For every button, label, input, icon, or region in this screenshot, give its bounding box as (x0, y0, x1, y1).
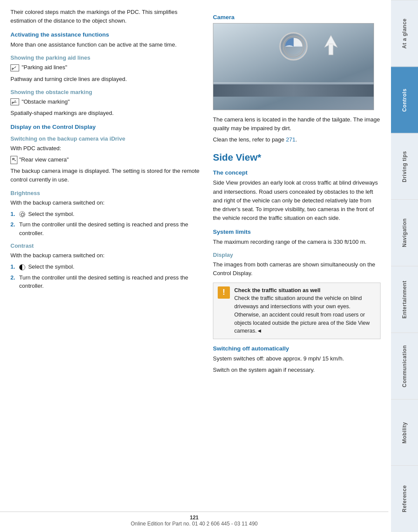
system-limits-heading: System limits (213, 229, 381, 235)
concept-heading: The concept (213, 169, 381, 176)
sidebar-item-entertainment[interactable]: Entertainment (391, 266, 418, 333)
svg-line-6 (24, 216, 24, 216)
display-heading: Display on the Control Display (10, 124, 200, 130)
warning-box: ! Check the traffic situation as well Ch… (213, 283, 381, 340)
camera-body2-page[interactable]: 271 (286, 136, 296, 143)
brightness-intro: With the backup camera switched on: (10, 199, 200, 207)
switching-off-body1: System switches off: above approx. 9 mph… (213, 354, 381, 363)
camera-reflection (213, 82, 374, 84)
rear-view-icon-line: R▪ "Rear view camera" (10, 155, 200, 164)
contrast-circle-icon (19, 264, 25, 270)
brightness-list: 1. Select the symbol. 2. Turn the contro… (10, 210, 200, 238)
warning-title: Check the traffic situation as well (234, 287, 320, 293)
contrast-step1-text: Select the symbol. (28, 263, 74, 270)
obstacle-marking-heading: Showing the obstacle marking (10, 89, 200, 95)
sidebar-item-at-a-glance[interactable]: At a glance (391, 0, 418, 67)
parking-aid-icon-line: P✓ "Parking aid lines" (10, 63, 200, 72)
warning-body: Check the traffic situation around the v… (234, 295, 370, 334)
parking-aid-heading: Showing the parking aid lines (10, 54, 200, 61)
warning-content: Check the traffic situation as well Chec… (234, 286, 376, 336)
brightness-step1-text: Select the symbol. (28, 211, 74, 217)
brightness-step1: 1. Select the symbol. (10, 210, 200, 219)
rear-view-label: "Rear view camera" (19, 156, 69, 163)
brightness-sun-icon (19, 211, 25, 217)
sidebar-item-driving-tips[interactable]: Driving tips (391, 133, 418, 200)
sidebar-item-mobility[interactable]: Mobility (391, 399, 418, 466)
switching-off-heading: Switching off automatically (213, 345, 381, 352)
switching-on-body: The backup camera image is displayed. Th… (10, 167, 200, 184)
activating-heading: Activating the assistance functions (10, 31, 200, 38)
camera-handle (213, 84, 374, 97)
rear-view-icon: R▪ (10, 156, 17, 164)
warning-icon: ! (218, 286, 230, 299)
camera-body1: The camera lens is located in the handle… (213, 115, 381, 133)
contrast-heading: Contrast (10, 242, 200, 249)
brightness-step2: 2. Turn the controller until the desired… (10, 220, 200, 237)
parking-aid-icon: P✓ (10, 64, 19, 71)
svg-line-5 (21, 213, 21, 213)
obstacle-icon-line: P△ "Obstacle marking" (10, 98, 200, 106)
camera-arrow-indicator (324, 34, 339, 57)
sidebar-item-controls[interactable]: Controls (391, 67, 418, 133)
contrast-step2: 2. Turn the controller until the desired… (10, 273, 200, 290)
footer-text: Online Edition for Part no. 01 40 2 606 … (131, 521, 258, 527)
with-pdc-text: With PDC activated: (10, 144, 200, 153)
camera-body2-suffix: . (295, 136, 297, 143)
camera-heading: Camera (213, 14, 381, 20)
brightness-step2-text: Turn the controller until the desired se… (19, 220, 200, 237)
system-limits-body: The maximum recording range of the camer… (213, 238, 381, 246)
obstacle-marking-icon-label: "Obstacle marking" (22, 98, 70, 105)
svg-line-8 (21, 216, 21, 216)
brightness-heading: Brightness (10, 190, 200, 196)
sidebar: At a glance Controls Driving tips Naviga… (391, 0, 418, 532)
contrast-intro: With the backup camera switched on: (10, 251, 200, 260)
parking-aid-body: Pathway and turning circle lines are dis… (10, 75, 200, 84)
right-column: Camera (209, 8, 381, 515)
concept-body: Side View provides an early look at cros… (213, 178, 381, 222)
switching-on-heading: Switching on the backup camera via iDriv… (10, 135, 200, 142)
bmw-logo (280, 32, 308, 61)
activating-body: More than one assistance function can be… (10, 40, 200, 49)
parking-aid-icon-label: "Parking aid lines" (22, 64, 67, 71)
camera-body2: Clean the lens, refer to page 271. (213, 135, 381, 144)
sidebar-item-navigation[interactable]: Navigation (391, 199, 418, 266)
camera-body2-prefix: Clean the lens, refer to page (213, 136, 286, 143)
display-body: The images from both cameras are shown s… (213, 260, 381, 278)
svg-point-0 (21, 213, 24, 216)
contrast-list: 1. Select the symbol. 2. Turn the contro… (10, 263, 200, 290)
intro-text: Their colored steps match the markings o… (10, 8, 200, 25)
page-footer: 121 Online Edition for Part no. 01 40 2 … (0, 512, 388, 527)
page-number: 121 (190, 515, 199, 521)
contrast-step2-text: Turn the controller until the desired se… (19, 273, 200, 290)
side-view-heading: Side View* (213, 152, 381, 163)
obstacle-icon: P△ (10, 98, 19, 105)
display-sub-heading: Display (213, 252, 381, 258)
camera-image-inner (213, 24, 374, 110)
sidebar-item-reference[interactable]: Reference (391, 465, 418, 532)
svg-line-7 (24, 213, 24, 213)
camera-image (213, 23, 374, 110)
contrast-step1: 1. Select the symbol. (10, 263, 200, 271)
svg-rect-12 (329, 44, 333, 55)
obstacle-body: Spatially-shaped markings are displayed. (10, 109, 200, 118)
sidebar-item-communication[interactable]: Communication (391, 333, 418, 399)
switching-off-body2: Switch on the system again if necessary. (213, 366, 381, 374)
left-column: Their colored steps match the markings o… (10, 8, 209, 515)
